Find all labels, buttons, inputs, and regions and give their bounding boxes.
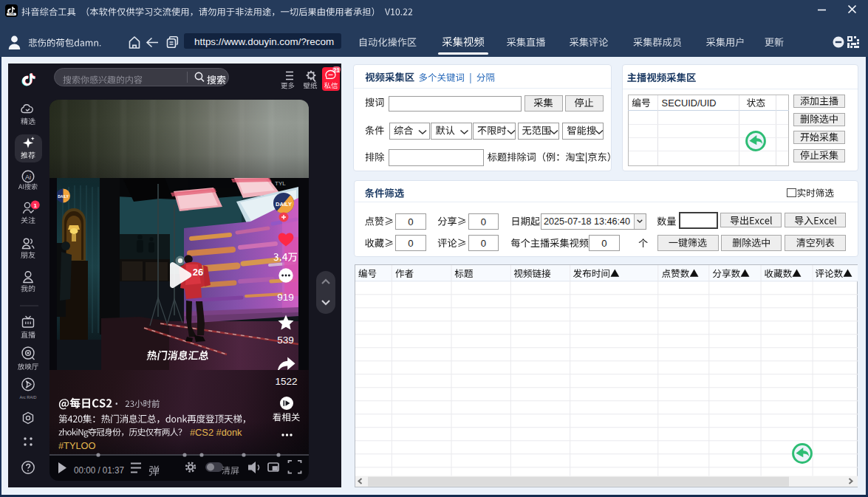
svg-text:26: 26 [193,267,203,278]
svg-text:TOOL: TOOL [8,13,14,16]
svg-text:DAILY: DAILY [276,201,292,208]
svg-text:TYL: TYL [275,180,286,187]
svg-text:DAILY: DAILY [58,194,69,199]
svg-text:Ai: Ai [25,174,31,181]
